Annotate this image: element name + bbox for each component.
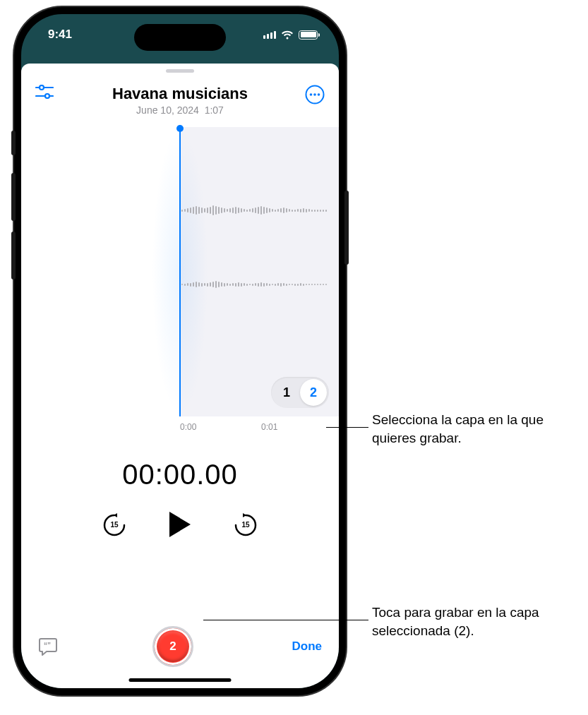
svg-point-1 — [40, 85, 44, 90]
volume-down-button — [11, 232, 16, 280]
status-indicators — [263, 30, 318, 40]
timeline: 0:00 0:01 0:0 — [180, 422, 339, 432]
home-indicator[interactable] — [129, 678, 232, 682]
battery-icon — [299, 30, 318, 40]
status-time: 9:41 — [48, 28, 72, 42]
callout-layer-selector: Selecciona la capa en la que quieres gra… — [372, 411, 577, 447]
recording-duration: 1:07 — [205, 104, 224, 116]
dynamic-island — [134, 24, 226, 51]
skip-forward-button[interactable]: 15 — [233, 512, 258, 537]
svg-point-6 — [313, 93, 316, 96]
done-button[interactable]: Done — [280, 639, 322, 654]
more-options-button[interactable] — [305, 85, 325, 104]
playback-settings-button[interactable] — [35, 85, 54, 99]
power-button — [344, 191, 349, 265]
transcript-button[interactable]: “” — [38, 637, 66, 656]
cellular-icon — [263, 30, 276, 39]
play-button[interactable] — [168, 510, 192, 539]
playback-controls: 15 15 — [21, 510, 339, 539]
layer-selector[interactable]: 1 2 — [271, 377, 329, 408]
layer-2-button[interactable]: 2 — [300, 379, 327, 406]
waveform-track-2 — [180, 275, 339, 294]
waveform-area[interactable]: 0:00 0:01 0:0 1 2 — [21, 127, 339, 438]
sheet-grabber[interactable] — [166, 69, 194, 73]
svg-text:“”: “” — [44, 642, 51, 649]
skip-forward-label: 15 — [241, 521, 249, 529]
bottom-bar: “” 2 Done — [21, 626, 339, 667]
layer-1-button[interactable]: 1 — [273, 379, 300, 406]
svg-point-5 — [310, 93, 313, 96]
time-marker: 0:01 — [261, 422, 277, 432]
record-button[interactable]: 2 — [152, 626, 193, 667]
volume-up-button — [11, 173, 16, 221]
skip-back-label: 15 — [110, 521, 118, 529]
callout-line — [203, 620, 368, 620]
side-button — [11, 131, 16, 155]
timer: 00:00.00 — [21, 459, 339, 491]
waveform-track-1 — [180, 201, 339, 220]
phone-screen: 9:41 — [21, 14, 339, 688]
svg-point-3 — [45, 94, 49, 98]
recording-date: June 10, 2024 — [136, 104, 199, 116]
callout-line — [326, 427, 368, 428]
recording-title[interactable]: Havana musicians — [64, 85, 296, 103]
playhead[interactable] — [179, 127, 181, 416]
record-layer-badge: 2 — [157, 631, 188, 662]
phone-frame: 9:41 — [14, 7, 346, 695]
skip-back-button[interactable]: 15 — [102, 512, 127, 537]
header: Havana musicians June 10, 2024 1:07 — [21, 76, 339, 121]
callout-record-button: Toca para grabar en la capa seleccionada… — [372, 603, 584, 639]
wifi-icon — [281, 30, 294, 40]
svg-point-7 — [318, 93, 320, 96]
recording-meta: June 10, 2024 1:07 — [64, 104, 296, 116]
recording-sheet: Havana musicians June 10, 2024 1:07 — [21, 64, 339, 688]
